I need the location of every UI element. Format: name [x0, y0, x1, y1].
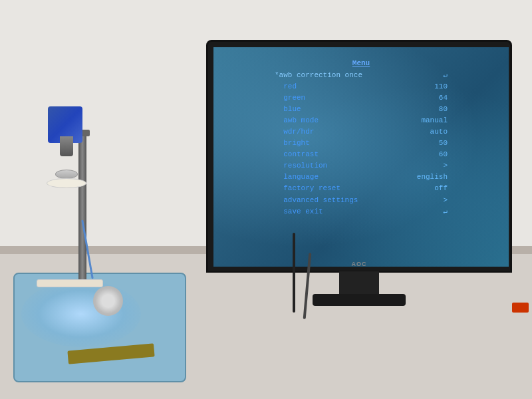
monitor-brand-logo: AOC	[352, 261, 367, 267]
menu-item-resolution: resolution >	[275, 160, 448, 172]
menu-label: wdr/hdr	[275, 126, 414, 138]
menu-value: 50	[414, 138, 448, 149]
menu-label: blue	[275, 104, 414, 115]
monitor-stand-base	[313, 294, 406, 306]
menu-item-language: language english	[275, 172, 448, 183]
microscope-base-disc	[47, 178, 86, 188]
menu-value: 80	[414, 104, 448, 115]
menu-label: bright	[275, 138, 414, 149]
menu-value: ↵	[414, 206, 448, 217]
menu-value: >	[414, 160, 448, 172]
menu-value: auto	[414, 126, 448, 138]
menu-item-red: red 110	[275, 81, 448, 92]
menu-value: english	[414, 172, 448, 183]
menu-item-awb-mode: awb mode manual	[275, 115, 448, 126]
menu-label: advanced settings	[275, 195, 414, 206]
menu-value: >	[414, 195, 448, 206]
light-glow	[21, 281, 141, 347]
menu-item-factory-reset: factory reset off	[275, 183, 448, 194]
menu-label: *awb correction once	[275, 70, 414, 81]
menu-item-wdr: wdr/hdr auto	[275, 126, 448, 138]
menu-value: 60	[414, 149, 448, 160]
menu-item-advanced: advanced settings >	[275, 195, 448, 206]
monitor-screen: Menu *awb correction once ↵ red 110 gree…	[213, 47, 509, 267]
menu-item-green: green 64	[275, 92, 448, 104]
menu-label: awb mode	[275, 115, 414, 126]
menu-label: factory reset	[275, 183, 414, 194]
menu-item-awb-correction: *awb correction once ↵	[275, 70, 448, 81]
menu-value: off	[414, 183, 448, 194]
menu-item-blue: blue 80	[275, 104, 448, 115]
menu-title: Menu	[352, 59, 370, 67]
scene: Menu *awb correction once ↵ red 110 gree…	[0, 0, 532, 399]
menu-label: language	[275, 172, 414, 183]
microscope-pole	[78, 133, 86, 283]
optical-disk	[93, 286, 123, 316]
microscope-base	[37, 279, 103, 287]
microscope-ring	[55, 170, 78, 179]
menu-item-bright: bright 50	[275, 138, 448, 149]
screen-menu: Menu *awb correction once ↵ red 110 gree…	[213, 47, 509, 267]
menu-label: red	[275, 81, 414, 92]
menu-label: contrast	[275, 149, 414, 160]
menu-item-save-exit: save exit ↵	[275, 206, 448, 217]
menu-label: green	[275, 92, 414, 104]
menu-value: 110	[414, 81, 448, 92]
monitor-bezel: Menu *awb correction once ↵ red 110 gree…	[206, 40, 512, 273]
menu-value: manual	[414, 115, 448, 126]
menu-label: resolution	[275, 160, 414, 172]
menu-label: save exit	[275, 206, 414, 217]
menu-value: 64	[414, 92, 448, 104]
red-device	[512, 303, 529, 313]
menu-item-contrast: contrast 60	[275, 149, 448, 160]
menu-value: ↵	[414, 70, 448, 81]
monitor: Menu *awb correction once ↵ red 110 gree…	[206, 40, 512, 299]
microscope-lens	[60, 136, 73, 156]
monitor-cable-1	[293, 233, 295, 313]
